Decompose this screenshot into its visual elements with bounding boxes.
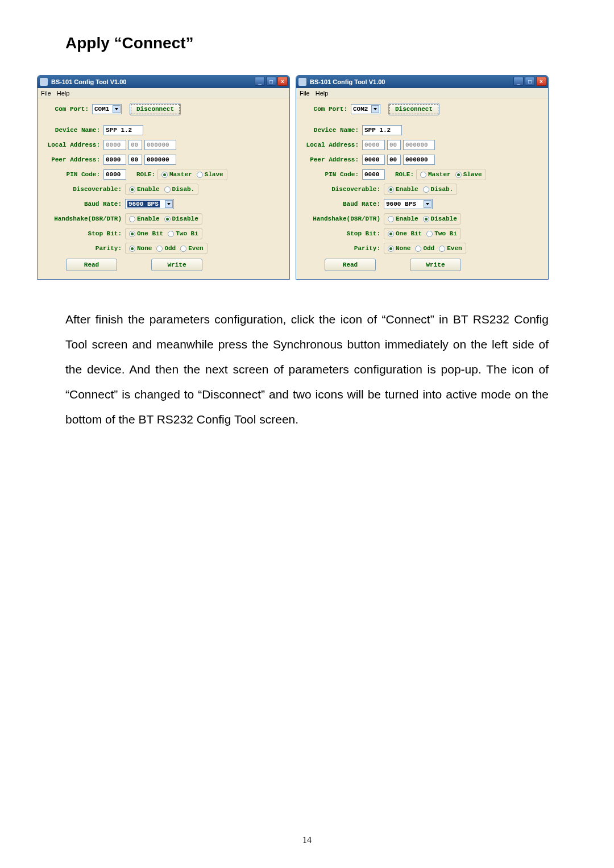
write-button[interactable]: Write [410,259,461,271]
par-even-radio[interactable]: Even [180,245,203,252]
peer-addr-2[interactable]: 00 [128,155,142,165]
page-number: 14 [0,835,614,845]
label-handshake: Handshake(DSR/DTR) [302,215,380,222]
parity-group: None Odd Even [384,243,466,254]
label-local-address: Local Address: [302,142,359,148]
window-controls: _ □ × [255,77,288,86]
label-role: ROLE: [395,171,414,178]
discoverable-group: Enable Disab. [384,184,457,195]
read-button[interactable]: Read [66,259,117,271]
baud-rate-select[interactable]: 9600 BPS [384,199,433,209]
close-icon[interactable]: × [536,77,546,86]
maximize-icon[interactable]: □ [525,77,535,86]
menu-help[interactable]: Help [316,90,329,97]
device-name-field[interactable]: SPP 1.2 [362,125,402,135]
hs-disable-radio[interactable]: Disable [164,215,198,222]
label-pin-code: PIN Code: [302,171,359,178]
label-stop-bit: Stop Bit: [302,230,380,237]
label-com-port: Com Port: [43,106,89,113]
label-parity: Parity: [43,245,122,252]
hs-enable-radio[interactable]: Enable [129,215,160,222]
label-discoverable: Discoverable: [43,186,122,193]
window-title: BS-101 Config Tool V1.00 [310,78,385,85]
menu-file[interactable]: File [41,90,51,97]
device-name-field[interactable]: SPP 1.2 [103,125,143,135]
local-addr-1: 0000 [362,140,385,150]
par-odd-radio[interactable]: Odd [156,245,176,252]
sb-two-radio[interactable]: Two Bi [168,230,198,237]
sb-two-radio[interactable]: Two Bi [426,230,457,237]
config-window-left: BS-101 Config Tool V1.00 _ □ × File Help… [37,75,290,280]
pin-code-field[interactable]: 0000 [362,169,385,180]
chevron-down-icon [424,200,432,208]
body-paragraph: After finish the parameters configuratio… [65,307,549,432]
chevron-down-icon [371,105,379,113]
label-peer-address: Peer Address: [43,156,100,163]
sb-one-radio[interactable]: One Bit [388,230,422,237]
pin-code-field[interactable]: 0000 [103,169,126,180]
com-port-select[interactable]: COM2 [351,104,380,114]
hs-enable-radio[interactable]: Enable [388,215,418,222]
label-role: ROLE: [136,171,155,178]
menu-file[interactable]: File [300,90,310,97]
disc-disable-radio[interactable]: Disab. [164,186,195,193]
section-title: Apply “Connect” [65,34,549,52]
label-device-name: Device Name: [43,127,100,134]
disconnect-button[interactable]: Disconnect [388,103,439,115]
role-group: Master Slave [157,169,227,180]
role-slave-radio[interactable]: Slave [455,171,482,178]
close-icon[interactable]: × [277,77,288,86]
minimize-icon[interactable]: _ [255,77,265,86]
disconnect-button[interactable]: Disconnect [130,103,181,115]
disc-enable-radio[interactable]: Enable [388,186,418,193]
peer-addr-3[interactable]: 000000 [144,155,176,165]
menu-help[interactable]: Help [57,90,70,97]
label-handshake: Handshake(DSR/DTR) [43,215,122,222]
local-addr-3: 000000 [144,140,176,150]
local-addr-2: 00 [128,140,142,150]
screenshots-row: BS-101 Config Tool V1.00 _ □ × File Help… [37,75,549,280]
label-parity: Parity: [302,245,380,252]
window-title: BS-101 Config Tool V1.00 [51,78,126,85]
sb-one-radio[interactable]: One Bit [129,230,163,237]
role-group: Master Slave [416,169,486,180]
minimize-icon[interactable]: _ [513,77,524,86]
baud-rate-select[interactable]: 9600 BPS [125,199,174,209]
label-discoverable: Discoverable: [302,186,380,193]
par-odd-radio[interactable]: Odd [415,245,434,252]
stop-bit-group: One Bit Two Bi [384,228,461,239]
hs-disable-radio[interactable]: Disable [423,215,457,222]
label-peer-address: Peer Address: [302,156,359,163]
local-addr-1: 0000 [103,140,126,150]
titlebar-right: BS-101 Config Tool V1.00 _ □ × [296,76,548,88]
stop-bit-group: One Bit Two Bi [125,228,202,239]
role-slave-radio[interactable]: Slave [197,171,223,178]
label-baud-rate: Baud Rate: [43,201,122,207]
peer-addr-1[interactable]: 0000 [362,155,385,165]
handshake-group: Enable Disable [384,213,461,225]
label-baud-rate: Baud Rate: [302,201,380,207]
par-even-radio[interactable]: Even [439,245,462,252]
label-device-name: Device Name: [302,127,359,134]
role-master-radio[interactable]: Master [420,171,451,178]
read-button[interactable]: Read [325,259,376,271]
peer-addr-3[interactable]: 000000 [403,155,435,165]
role-master-radio[interactable]: Master [161,171,192,178]
par-none-radio[interactable]: None [129,245,152,252]
parity-group: None Odd Even [125,243,208,254]
app-icon [298,78,306,86]
peer-addr-2[interactable]: 00 [387,155,401,165]
label-local-address: Local Address: [43,142,100,148]
label-stop-bit: Stop Bit: [43,230,122,237]
app-icon [40,78,48,86]
disc-disable-radio[interactable]: Disab. [423,186,454,193]
par-none-radio[interactable]: None [388,245,410,252]
titlebar-left: BS-101 Config Tool V1.00 _ □ × [38,76,289,88]
discoverable-group: Enable Disab. [125,184,198,195]
config-window-right: BS-101 Config Tool V1.00 _ □ × File Help… [296,75,549,280]
disc-enable-radio[interactable]: Enable [129,186,160,193]
write-button[interactable]: Write [151,259,202,271]
com-port-select[interactable]: COM1 [92,104,122,114]
peer-addr-1[interactable]: 0000 [103,155,126,165]
maximize-icon[interactable]: □ [266,77,276,86]
